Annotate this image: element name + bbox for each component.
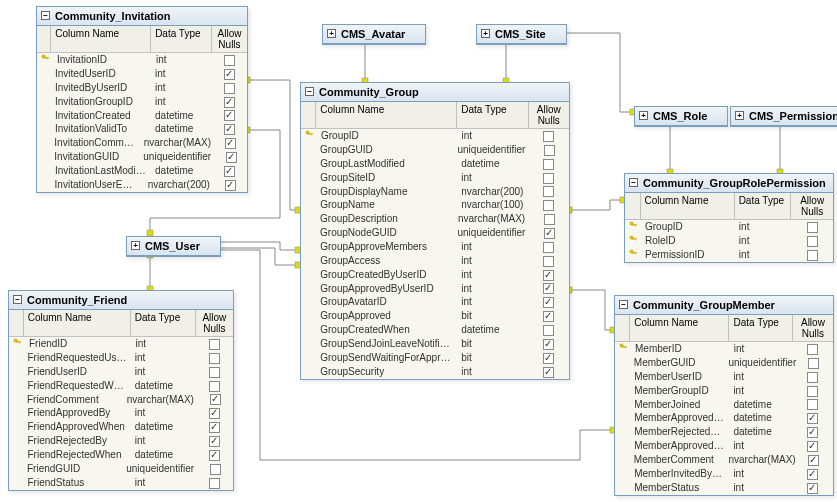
column-row[interactable]: FriendRequestedUserIDint xyxy=(9,351,233,365)
column-row[interactable]: InvitationGUIDuniqueidentifier xyxy=(37,150,247,164)
checkbox-icon[interactable] xyxy=(224,69,235,80)
column-row[interactable]: GroupDisplayNamenvarchar(200) xyxy=(301,185,569,199)
column-row[interactable]: GroupNodeGUIDuniqueidentifier xyxy=(301,226,569,240)
table-cms-user[interactable]: +CMS_User xyxy=(126,236,221,257)
checkbox-icon[interactable] xyxy=(543,186,554,197)
column-row[interactable]: GroupNamenvarchar(100) xyxy=(301,198,569,212)
checkbox-icon[interactable] xyxy=(544,214,555,225)
checkbox-icon[interactable] xyxy=(543,131,554,142)
checkbox-icon[interactable] xyxy=(807,372,818,383)
column-row[interactable]: InvitationIDint xyxy=(37,53,247,67)
table-cms-site[interactable]: +CMS_Site xyxy=(476,24,567,45)
checkbox-icon[interactable] xyxy=(543,283,554,294)
checkbox-icon[interactable] xyxy=(807,483,818,494)
checkbox-icon[interactable] xyxy=(807,399,818,410)
checkbox-icon[interactable] xyxy=(543,270,554,281)
column-row[interactable]: FriendRejectedByint xyxy=(9,434,233,448)
column-row[interactable]: InvitationGroupIDint xyxy=(37,95,247,109)
checkbox-icon[interactable] xyxy=(543,367,554,378)
column-row[interactable]: InvitedUserIDint xyxy=(37,67,247,81)
checkbox-icon[interactable] xyxy=(209,478,220,489)
column-row[interactable]: GroupApproveMembersint xyxy=(301,240,569,254)
checkbox-icon[interactable] xyxy=(807,222,818,233)
table-community-invitation[interactable]: − Community_Invitation Column Name Data … xyxy=(36,6,248,193)
checkbox-icon[interactable] xyxy=(209,436,220,447)
checkbox-icon[interactable] xyxy=(807,427,818,438)
table-cms-permission[interactable]: +CMS_Permission xyxy=(730,106,837,127)
checkbox-icon[interactable] xyxy=(224,97,235,108)
checkbox-icon[interactable] xyxy=(224,83,235,94)
table-title[interactable]: − Community_GroupRolePermission xyxy=(625,174,833,193)
column-row[interactable]: InvitationCommentnvarchar(MAX) xyxy=(37,136,247,150)
checkbox-icon[interactable] xyxy=(210,464,221,475)
checkbox-icon[interactable] xyxy=(808,455,819,466)
column-row[interactable]: GroupApprovedbit xyxy=(301,309,569,323)
column-row[interactable]: MemberRejectedWhendatetime xyxy=(615,425,833,439)
column-row[interactable]: RoleIDint xyxy=(625,234,833,248)
table-title[interactable]: − Community_Group xyxy=(301,83,569,102)
expand-icon[interactable]: + xyxy=(639,111,648,120)
column-row[interactable]: FriendUserIDint xyxy=(9,365,233,379)
column-row[interactable]: MemberStatusint xyxy=(615,481,833,495)
column-row[interactable]: GroupDescriptionnvarchar(MAX) xyxy=(301,212,569,226)
column-row[interactable]: MemberInvitedByUserIDint xyxy=(615,467,833,481)
checkbox-icon[interactable] xyxy=(543,339,554,350)
table-community-groupmember[interactable]: − Community_GroupMember Column Name Data… xyxy=(614,295,834,496)
column-row[interactable]: PermissionIDint xyxy=(625,248,833,262)
expand-icon[interactable]: + xyxy=(735,111,744,120)
checkbox-icon[interactable] xyxy=(209,381,220,392)
checkbox-icon[interactable] xyxy=(209,450,220,461)
checkbox-icon[interactable] xyxy=(224,166,235,177)
column-row[interactable]: MemberCommentnvarchar(MAX) xyxy=(615,453,833,467)
column-row[interactable]: MemberApprovedByU...int xyxy=(615,439,833,453)
column-row[interactable]: FriendGUIDuniqueidentifier xyxy=(9,462,233,476)
column-row[interactable]: FriendIDint xyxy=(9,337,233,351)
expand-icon[interactable]: − xyxy=(629,178,638,187)
column-row[interactable]: InvitationCreateddatetime xyxy=(37,109,247,123)
column-row[interactable]: GroupCreatedByUserIDint xyxy=(301,268,569,282)
expand-icon[interactable]: + xyxy=(327,29,336,38)
column-row[interactable]: MemberJoineddatetime xyxy=(615,398,833,412)
checkbox-icon[interactable] xyxy=(543,242,554,253)
checkbox-icon[interactable] xyxy=(210,394,221,405)
column-row[interactable]: FriendRequestedWhendatetime xyxy=(9,379,233,393)
checkbox-icon[interactable] xyxy=(224,55,235,66)
expand-icon[interactable]: + xyxy=(481,29,490,38)
column-row[interactable]: GroupSiteIDint xyxy=(301,171,569,185)
checkbox-icon[interactable] xyxy=(543,173,554,184)
column-row[interactable]: InvitationUserEmailnvarchar(200) xyxy=(37,178,247,192)
column-row[interactable]: GroupAccessint xyxy=(301,254,569,268)
checkbox-icon[interactable] xyxy=(209,353,220,364)
checkbox-icon[interactable] xyxy=(224,124,235,135)
column-row[interactable]: GroupSendWaitingForApprovalNotificationb… xyxy=(301,351,569,365)
column-row[interactable]: GroupCreatedWhendatetime xyxy=(301,323,569,337)
expand-icon[interactable]: − xyxy=(619,300,628,309)
column-row[interactable]: MemberGroupIDint xyxy=(615,384,833,398)
table-cms-avatar[interactable]: +CMS_Avatar xyxy=(322,24,426,45)
column-row[interactable]: MemberGUIDuniqueidentifier xyxy=(615,356,833,370)
column-row[interactable]: FriendRejectedWhendatetime xyxy=(9,448,233,462)
table-title[interactable]: − Community_GroupMember xyxy=(615,296,833,315)
checkbox-icon[interactable] xyxy=(543,311,554,322)
column-row[interactable]: GroupGUIDuniqueidentifier xyxy=(301,143,569,157)
checkbox-icon[interactable] xyxy=(807,413,818,424)
column-row[interactable]: GroupIDint xyxy=(625,220,833,234)
expand-icon[interactable]: − xyxy=(41,11,50,20)
checkbox-icon[interactable] xyxy=(807,469,818,480)
checkbox-icon[interactable] xyxy=(543,325,554,336)
checkbox-icon[interactable] xyxy=(225,138,236,149)
column-row[interactable]: GroupApprovedByUserIDint xyxy=(301,282,569,296)
column-row[interactable]: MemberUserIDint xyxy=(615,370,833,384)
column-row[interactable]: FriendCommentnvarchar(MAX) xyxy=(9,393,233,407)
table-community-group[interactable]: − Community_Group Column Name Data Type … xyxy=(300,82,570,380)
column-row[interactable]: GroupLastModifieddatetime xyxy=(301,157,569,171)
table-title[interactable]: − Community_Invitation xyxy=(37,7,247,26)
checkbox-icon[interactable] xyxy=(209,367,220,378)
checkbox-icon[interactable] xyxy=(543,256,554,267)
checkbox-icon[interactable] xyxy=(543,200,554,211)
table-cms-role[interactable]: +CMS_Role xyxy=(634,106,728,127)
column-row[interactable]: MemberApprovedWhendatetime xyxy=(615,411,833,425)
checkbox-icon[interactable] xyxy=(209,339,220,350)
checkbox-icon[interactable] xyxy=(544,145,555,156)
column-row[interactable]: GroupSecurityint xyxy=(301,365,569,379)
